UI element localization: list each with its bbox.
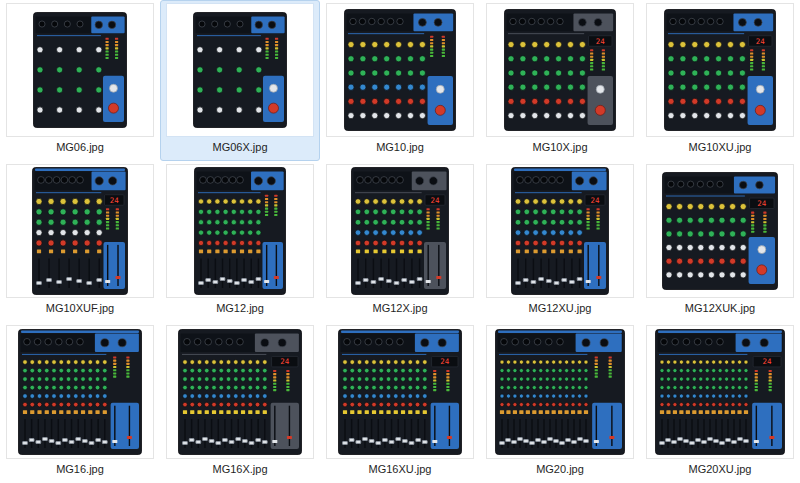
file-name-label: MG06X.jpg — [212, 141, 267, 154]
svg-text:24: 24 — [440, 357, 450, 366]
mixer-thumbnail: 24 — [6, 164, 154, 298]
file-item-mg16x[interactable]: 24MG16X.jpg — [160, 322, 320, 483]
file-name-label: MG06.jpg — [56, 141, 104, 154]
file-name-label: MG16X.jpg — [212, 463, 267, 476]
file-item-mg12xuk[interactable]: 24MG12XUK.jpg — [640, 161, 800, 322]
mixer-thumbnail: 24 — [646, 325, 794, 459]
file-name-label: MG12XU.jpg — [529, 302, 592, 315]
file-name-label: MG16XU.jpg — [369, 463, 432, 476]
file-item-mg10x[interactable]: 24MG10X.jpg — [480, 0, 640, 161]
file-item-mg10xu[interactable]: 24MG10XU.jpg — [640, 0, 800, 161]
mixer-thumbnail — [326, 3, 474, 137]
mixer-thumbnail: 24 — [326, 325, 474, 459]
svg-text:24: 24 — [756, 37, 766, 46]
file-name-label: MG20XU.jpg — [689, 463, 752, 476]
mixer-image — [18, 329, 142, 455]
svg-text:24: 24 — [596, 37, 606, 46]
thumbnail-grid: MG06.jpgMG06X.jpgMG10.jpg24MG10X.jpg24MG… — [0, 0, 800, 483]
mixer-thumbnail — [6, 3, 154, 137]
mixer-thumbnail: 24 — [326, 164, 474, 298]
mixer-thumbnail: 24 — [166, 325, 314, 459]
file-item-mg06x[interactable]: MG06X.jpg — [160, 0, 320, 161]
file-item-mg16[interactable]: MG16.jpg — [0, 322, 160, 483]
svg-text:24: 24 — [590, 196, 600, 205]
file-name-label: MG10X.jpg — [532, 141, 587, 154]
mixer-thumbnail — [166, 3, 314, 137]
mixer-image — [193, 12, 287, 128]
file-item-mg12[interactable]: MG12.jpg — [160, 161, 320, 322]
file-name-label: MG12XUK.jpg — [685, 302, 755, 315]
svg-text:24: 24 — [280, 357, 290, 366]
mixer-image: 24 — [664, 9, 776, 131]
mixer-thumbnail — [166, 164, 314, 298]
mixer-thumbnail: 24 — [646, 3, 794, 137]
mixer-image — [495, 329, 625, 455]
mixer-image: 24 — [351, 167, 449, 295]
file-item-mg12x[interactable]: 24MG12X.jpg — [320, 161, 480, 322]
mixer-image: 24 — [338, 329, 462, 455]
mixer-thumbnail: 24 — [486, 3, 634, 137]
file-name-label: MG10XU.jpg — [689, 141, 752, 154]
svg-text:24: 24 — [110, 196, 120, 205]
file-name-label: MG10.jpg — [376, 141, 424, 154]
svg-text:24: 24 — [757, 199, 767, 208]
file-item-mg12xu[interactable]: 24MG12XU.jpg — [480, 161, 640, 322]
mixer-thumbnail — [486, 325, 634, 459]
file-name-label: MG10XUF.jpg — [46, 302, 114, 315]
mixer-image: 24 — [511, 167, 609, 295]
file-item-mg06[interactable]: MG06.jpg — [0, 0, 160, 161]
mixer-image — [344, 9, 456, 131]
file-item-mg16xu[interactable]: 24MG16XU.jpg — [320, 322, 480, 483]
svg-text:24: 24 — [763, 357, 773, 366]
mixer-image — [33, 12, 127, 128]
file-name-label: MG12X.jpg — [372, 302, 427, 315]
file-name-label: MG20.jpg — [536, 463, 584, 476]
mixer-thumbnail: 24 — [646, 164, 794, 298]
file-item-mg20[interactable]: MG20.jpg — [480, 322, 640, 483]
mixer-image: 24 — [655, 329, 785, 455]
file-name-label: MG12.jpg — [216, 302, 264, 315]
file-name-label: MG16.jpg — [56, 463, 104, 476]
mixer-image: 24 — [504, 9, 616, 131]
mixer-image — [194, 167, 286, 295]
file-item-mg10[interactable]: MG10.jpg — [320, 0, 480, 161]
mixer-thumbnail: 24 — [486, 164, 634, 298]
file-item-mg10xuf[interactable]: 24MG10XUF.jpg — [0, 161, 160, 322]
svg-text:24: 24 — [430, 196, 440, 205]
mixer-image: 24 — [178, 329, 302, 455]
mixer-thumbnail — [6, 325, 154, 459]
mixer-image: 24 — [662, 172, 778, 290]
mixer-image: 24 — [32, 167, 128, 295]
file-item-mg20xu[interactable]: 24MG20XU.jpg — [640, 322, 800, 483]
